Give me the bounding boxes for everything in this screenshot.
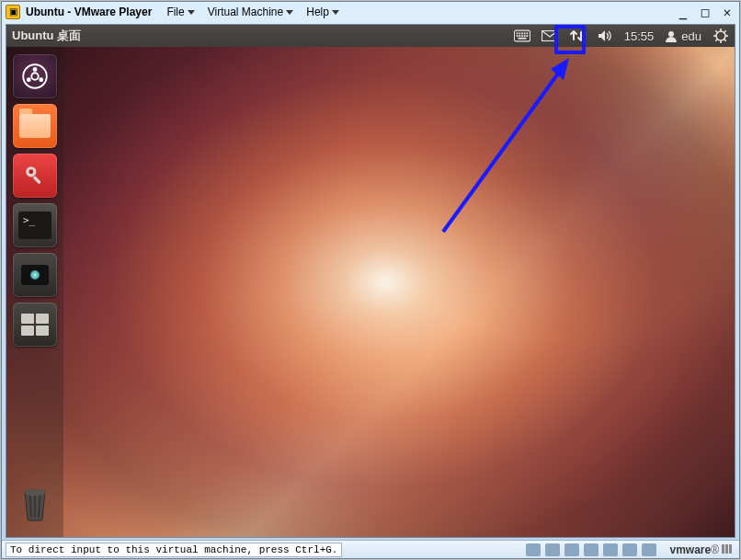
vmware-menu-bar: File Virtual Machine Help bbox=[161, 5, 345, 19]
svg-rect-4 bbox=[524, 32, 526, 34]
svg-point-13 bbox=[668, 31, 674, 37]
volume-icon[interactable] bbox=[597, 29, 613, 43]
svg-rect-5 bbox=[526, 32, 528, 34]
terminal-icon: >_ bbox=[18, 211, 51, 239]
launcher-dash-home[interactable] bbox=[13, 54, 57, 98]
device-hdd-icon[interactable] bbox=[526, 543, 541, 556]
chevron-down-icon bbox=[332, 10, 339, 15]
svg-point-27 bbox=[31, 73, 39, 80]
svg-point-25 bbox=[27, 77, 31, 82]
chevron-down-icon bbox=[286, 10, 293, 15]
workspace-grid-icon bbox=[21, 314, 49, 336]
vmware-titlebar: ▣ Ubuntu - VMware Player File Virtual Ma… bbox=[2, 2, 739, 22]
menu-help[interactable]: Help bbox=[301, 5, 345, 19]
svg-rect-10 bbox=[526, 35, 528, 37]
svg-line-19 bbox=[715, 30, 717, 32]
camera-icon bbox=[21, 265, 49, 285]
svg-rect-11 bbox=[518, 38, 526, 40]
svg-point-26 bbox=[39, 77, 43, 82]
device-network-icon[interactable] bbox=[584, 543, 598, 556]
launcher-trash[interactable] bbox=[13, 482, 57, 526]
launcher-system-settings[interactable] bbox=[13, 154, 57, 198]
svg-rect-1 bbox=[516, 32, 518, 34]
ubuntu-desktop-wallpaper[interactable] bbox=[6, 47, 735, 537]
clock-indicator[interactable]: 15:55 bbox=[624, 29, 655, 43]
user-icon bbox=[665, 29, 678, 42]
panel-title: Ubuntu 桌面 bbox=[12, 28, 81, 44]
launcher-files[interactable] bbox=[13, 104, 57, 148]
maximize-button[interactable]: □ bbox=[697, 5, 713, 19]
vmware-window-title: Ubuntu - VMware Player bbox=[26, 6, 152, 18]
svg-rect-7 bbox=[519, 35, 520, 37]
guest-viewport[interactable]: Ubuntu 桌面 15:55 edu bbox=[6, 24, 735, 538]
svg-rect-8 bbox=[521, 35, 523, 37]
vmware-device-icons bbox=[526, 543, 656, 556]
device-usb-icon[interactable] bbox=[603, 543, 618, 556]
vmware-app-icon: ▣ bbox=[6, 5, 20, 19]
trash-icon bbox=[18, 486, 51, 522]
unity-launcher: >_ bbox=[6, 47, 63, 537]
menu-virtual-machine[interactable]: Virtual Machine bbox=[202, 5, 300, 19]
menu-file[interactable]: File bbox=[161, 5, 200, 19]
vmware-status-bar: To direct input to this virtual machine,… bbox=[2, 540, 739, 558]
user-indicator[interactable]: edu bbox=[665, 29, 701, 43]
wrench-gear-icon bbox=[22, 163, 48, 189]
device-floppy-icon[interactable] bbox=[564, 543, 579, 556]
svg-rect-30 bbox=[33, 176, 41, 184]
launcher-webcam[interactable] bbox=[13, 253, 57, 297]
svg-rect-3 bbox=[521, 32, 523, 34]
svg-rect-6 bbox=[516, 35, 518, 37]
svg-point-29 bbox=[28, 169, 33, 174]
device-cd-icon[interactable] bbox=[545, 543, 560, 556]
svg-line-22 bbox=[724, 30, 726, 32]
indicator-area: 15:55 edu bbox=[514, 29, 729, 43]
ubuntu-top-panel: Ubuntu 桌面 15:55 edu bbox=[6, 25, 735, 47]
power-cog-icon[interactable] bbox=[712, 29, 729, 43]
folder-icon bbox=[19, 114, 51, 138]
launcher-terminal[interactable]: >_ bbox=[13, 203, 57, 247]
close-button[interactable]: ✕ bbox=[719, 5, 735, 19]
svg-rect-9 bbox=[524, 35, 526, 37]
chevron-down-icon bbox=[188, 10, 195, 15]
network-updown-icon[interactable] bbox=[569, 29, 586, 43]
launcher-workspace-switcher[interactable] bbox=[13, 303, 57, 347]
svg-point-24 bbox=[33, 67, 38, 72]
svg-point-35 bbox=[24, 489, 45, 496]
device-sound-icon[interactable] bbox=[622, 543, 637, 556]
mail-icon[interactable] bbox=[542, 29, 558, 43]
vmware-player-window: ▣ Ubuntu - VMware Player File Virtual Ma… bbox=[1, 1, 740, 559]
status-message: To direct input to this virtual machine,… bbox=[6, 543, 342, 557]
minimize-button[interactable]: _ bbox=[675, 5, 691, 19]
vmware-brand-label: vmware® bbox=[669, 543, 732, 556]
svg-rect-2 bbox=[519, 32, 520, 34]
svg-line-20 bbox=[724, 40, 726, 41]
device-printer-icon[interactable] bbox=[642, 543, 656, 556]
keyboard-icon[interactable] bbox=[514, 29, 530, 43]
svg-line-21 bbox=[715, 40, 717, 41]
